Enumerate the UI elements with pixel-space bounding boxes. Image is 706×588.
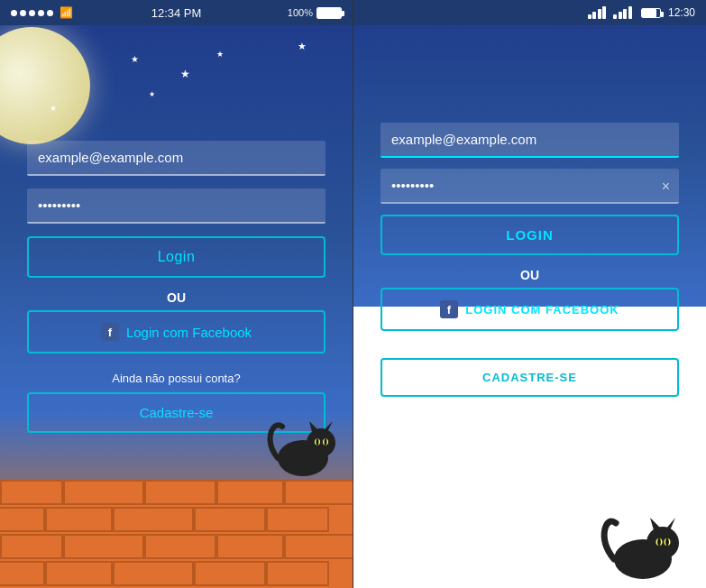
brick xyxy=(216,534,284,559)
svg-point-6 xyxy=(316,439,319,446)
left-phone: 📶 12:34 PM 100% ★ ★ ★ ★ ★ ★ Login OU f L… xyxy=(0,0,353,588)
time-left: 12:34 PM xyxy=(151,6,202,20)
svg-point-7 xyxy=(325,439,327,446)
dot2 xyxy=(20,10,26,16)
facebook-label-left: Login com Facebook xyxy=(126,325,252,340)
signal-bar xyxy=(623,9,627,19)
brick xyxy=(0,534,63,559)
brick xyxy=(194,507,266,532)
signal-bar-3 xyxy=(598,9,601,19)
right-phone: 12:30 ★ ★ ★ × LOGIN OU f LOGIN COM FACEB… xyxy=(353,0,706,588)
signal-dots: 📶 xyxy=(11,6,73,19)
brick-row-3 xyxy=(0,534,353,561)
signal-bar-4 xyxy=(602,6,606,19)
wifi-icon: 📶 xyxy=(60,6,73,19)
password-input-right[interactable] xyxy=(381,169,679,204)
brick xyxy=(45,561,113,586)
signal-bar-2 xyxy=(592,12,596,19)
battery-text: 100% xyxy=(288,7,313,18)
dot5 xyxy=(47,10,53,16)
brick xyxy=(266,561,329,586)
battery-right: 100% xyxy=(288,7,342,19)
svg-marker-11 xyxy=(666,518,675,530)
brick xyxy=(63,534,144,559)
password-input-left[interactable] xyxy=(27,188,325,224)
time-right: 12:30 xyxy=(668,6,695,19)
or-text-left: OU xyxy=(167,290,186,305)
brick-row-4 xyxy=(0,561,353,588)
password-wrapper: × xyxy=(381,169,679,204)
cat-decoration-left xyxy=(262,409,344,484)
left-phone-content: Login OU f Login com Facebook Ainda não … xyxy=(0,115,353,433)
cat-decoration-right xyxy=(598,503,688,588)
brick xyxy=(284,534,353,559)
battery-fill xyxy=(317,8,341,18)
facebook-login-button-left[interactable]: f Login com Facebook xyxy=(27,310,325,354)
clear-icon[interactable]: × xyxy=(662,179,670,195)
login-button-right[interactable]: LOGIN xyxy=(381,215,679,255)
star-icon: ★ xyxy=(131,54,139,64)
or-text-right: OU xyxy=(520,268,539,282)
brick xyxy=(266,507,329,532)
brick xyxy=(63,480,144,505)
right-phone-content: × LOGIN OU f LOGIN COM FACEBOOK xyxy=(353,97,706,331)
svg-point-14 xyxy=(657,538,661,546)
login-button-left[interactable]: Login xyxy=(27,236,325,278)
star-icon: ★ xyxy=(298,41,307,52)
battery-fill-right xyxy=(642,9,656,17)
brick xyxy=(194,561,266,586)
brick-wall xyxy=(0,480,353,588)
brick xyxy=(45,507,113,532)
star-icon: ★ xyxy=(180,68,190,80)
brick xyxy=(144,534,216,559)
brick-row-2 xyxy=(0,507,353,534)
facebook-icon-left: f xyxy=(101,323,119,341)
status-bar-left: 📶 12:34 PM 100% xyxy=(0,0,353,25)
signal-bars xyxy=(588,6,607,19)
svg-point-15 xyxy=(665,538,669,546)
facebook-icon-right: f xyxy=(440,300,458,318)
brick xyxy=(113,561,194,586)
star-icon: ★ xyxy=(149,90,155,98)
battery-bar xyxy=(316,7,342,19)
brick xyxy=(0,480,63,505)
dot1 xyxy=(11,10,17,16)
no-account-text: Ainda não possui conta? xyxy=(112,372,240,385)
dot3 xyxy=(29,10,35,16)
signal-bar-1 xyxy=(588,14,591,19)
brick xyxy=(144,480,216,505)
svg-marker-2 xyxy=(309,421,318,432)
brick xyxy=(0,507,45,532)
signal-bars-2 xyxy=(613,6,632,19)
brick xyxy=(0,561,45,586)
battery-bar-right xyxy=(641,8,661,18)
facebook-label-right: LOGIN COM FACEBOOK xyxy=(465,303,619,317)
status-icons-right: 12:30 xyxy=(588,6,695,19)
signal-bar xyxy=(619,12,622,19)
star-icon: ★ xyxy=(50,104,57,113)
email-input-left[interactable] xyxy=(27,141,325,176)
signal-bar xyxy=(613,14,617,19)
star-icon: ★ xyxy=(216,50,224,59)
status-bar-right: 12:30 xyxy=(353,0,706,25)
dot4 xyxy=(38,10,44,16)
facebook-login-button-right[interactable]: f LOGIN COM FACEBOOK xyxy=(381,288,679,331)
svg-point-1 xyxy=(307,428,335,457)
brick xyxy=(113,507,194,532)
email-input-right[interactable] xyxy=(381,123,679,158)
register-button-right[interactable]: CADASTRE-SE xyxy=(381,358,679,397)
svg-point-9 xyxy=(646,527,679,559)
svg-marker-10 xyxy=(650,518,661,530)
signal-bar xyxy=(628,6,632,19)
